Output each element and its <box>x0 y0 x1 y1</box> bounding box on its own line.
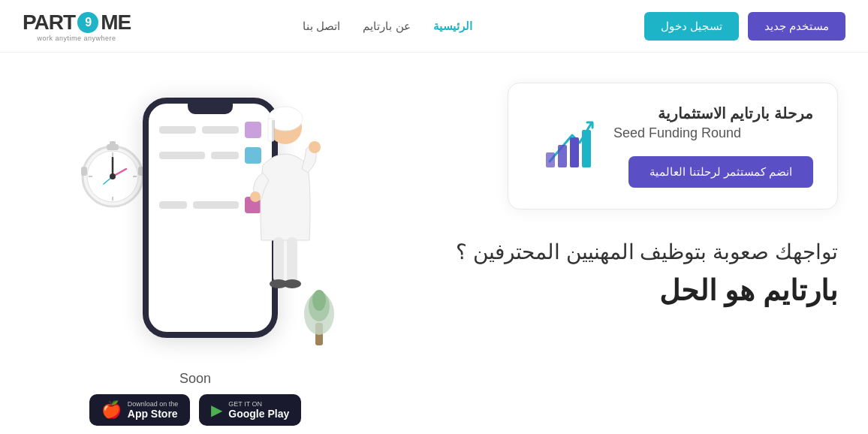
svg-rect-3 <box>582 130 591 167</box>
right-section: Soon 🍎 Download on the App Store ▶ GET I… <box>15 75 375 426</box>
new-user-button[interactable]: مستخدم جديد <box>748 12 845 41</box>
play-icon: ▶ <box>211 402 222 417</box>
svg-rect-21 <box>272 120 275 141</box>
app-store-button[interactable]: 🍎 Download on the App Store <box>89 394 191 426</box>
svg-rect-6 <box>110 141 116 146</box>
hero-subtitle: تواجهك صعوبة بتوظيف المهنيين المحترفين ؟ <box>456 237 838 268</box>
svg-rect-24 <box>273 237 284 282</box>
tree-illustration <box>300 285 338 345</box>
svg-point-31 <box>312 290 326 311</box>
svg-point-22 <box>309 141 321 153</box>
google-play-label: GET IT ON <box>228 400 262 408</box>
logo-me: ME <box>101 11 131 35</box>
soon-text: Soon <box>89 371 301 387</box>
stopwatch-icon <box>75 128 150 210</box>
svg-point-23 <box>250 191 261 202</box>
soon-section: Soon 🍎 Download on the App Store ▶ GET I… <box>89 371 301 426</box>
phone-item-line <box>159 126 196 134</box>
investment-card: مرحلة بارتايم الاستثمارية Seed Funding R… <box>508 83 838 209</box>
app-store-label: Download on the <box>128 400 179 408</box>
card-title-english: Seed Funding Round <box>613 125 813 141</box>
nav-contact[interactable]: اتصل بنا <box>303 20 340 33</box>
login-button[interactable]: تسجيل دخول <box>644 12 739 41</box>
apple-icon: 🍎 <box>101 402 122 418</box>
google-play-button[interactable]: ▶ GET IT ON Google Play <box>199 394 301 426</box>
svg-point-13 <box>110 173 116 179</box>
logo-tagline: work anytime anywhere <box>38 35 116 42</box>
phone-item-line <box>159 152 205 159</box>
svg-rect-25 <box>287 237 297 282</box>
phone-item-line <box>202 126 239 134</box>
phone-item-line <box>211 152 239 159</box>
svg-rect-0 <box>546 152 555 167</box>
google-play-text: GET IT ON Google Play <box>228 400 289 420</box>
join-button[interactable]: انضم كمستثمر لرحلتنا العالمية <box>628 156 813 188</box>
app-store-name: App Store <box>128 408 178 420</box>
logo-part: PART <box>23 11 75 35</box>
header-actions: مستخدم جديد تسجيل دخول <box>644 12 845 41</box>
svg-rect-7 <box>81 167 87 176</box>
phone-illustration <box>68 83 323 353</box>
svg-point-27 <box>283 279 301 288</box>
logo: PART 9 ME work anytime anywhere <box>23 11 131 42</box>
phone-list-item <box>159 147 261 164</box>
card-title-arabic: مرحلة بارتايم الاستثمارية <box>613 104 813 122</box>
store-buttons: 🍎 Download on the App Store ▶ GET IT ON … <box>89 394 301 426</box>
phone-list-item <box>159 197 261 213</box>
phone-item-line <box>193 201 239 209</box>
nav-home[interactable]: الرئيسية <box>433 20 472 33</box>
app-store-text: Download on the App Store <box>128 400 179 420</box>
chart-icon <box>538 116 598 176</box>
phone-notch <box>188 104 233 114</box>
phone-item-line <box>159 201 187 209</box>
card-text: مرحلة بارتايم الاستثمارية Seed Funding R… <box>613 104 813 188</box>
logo-text: PART 9 ME <box>23 11 131 35</box>
nav-about[interactable]: عن بارتايم <box>363 20 410 33</box>
header: مستخدم جديد تسجيل دخول الرئيسية عن بارتا… <box>0 0 868 53</box>
phone-list-item <box>159 122 261 138</box>
hero-title: بارتايم هو الحل <box>659 274 838 307</box>
logo-nine: 9 <box>77 12 98 33</box>
svg-rect-2 <box>570 137 579 167</box>
google-play-name: Google Play <box>228 408 289 420</box>
main-content: مرحلة بارتايم الاستثمارية Seed Funding R… <box>0 53 868 434</box>
left-section: مرحلة بارتايم الاستثمارية Seed Funding R… <box>390 75 838 307</box>
svg-rect-1 <box>558 145 567 167</box>
main-nav: الرئيسية عن بارتايم اتصل بنا <box>303 20 472 33</box>
